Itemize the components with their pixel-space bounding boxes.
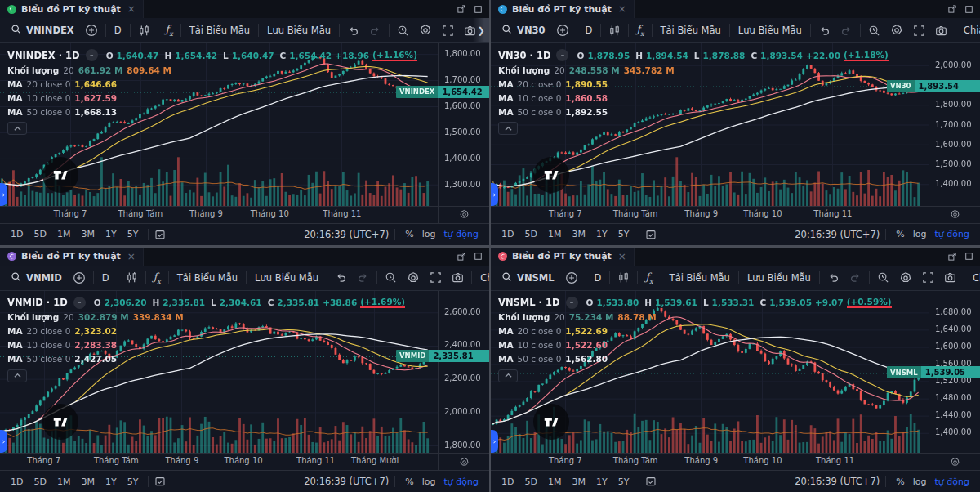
maximize-icon[interactable] xyxy=(474,5,483,14)
chart-style-icon[interactable] xyxy=(133,20,155,40)
go-to-date-icon[interactable] xyxy=(392,20,414,40)
time-axis[interactable]: Tháng 7Tháng TámTháng 9Tháng 10Tháng 11 xyxy=(0,206,489,223)
legend-visibility-toggle[interactable]: – xyxy=(556,49,568,61)
range-button-5Y[interactable]: 5Y xyxy=(123,475,143,489)
range-button-5Y[interactable]: 5Y xyxy=(123,227,143,241)
settings-gear-icon[interactable] xyxy=(414,20,437,40)
undo-icon[interactable] xyxy=(813,20,835,40)
interval-button[interactable]: D xyxy=(109,20,127,40)
indicators-icon[interactable]: ƒx xyxy=(149,268,166,288)
save-template-button[interactable]: Lưu Biểu Mẫu xyxy=(742,268,817,288)
range-button-1Y[interactable]: 1Y xyxy=(101,475,121,489)
settings-gear-icon[interactable] xyxy=(885,20,908,40)
popout-icon[interactable] xyxy=(947,252,957,262)
range-button-1M[interactable]: 1M xyxy=(544,475,566,489)
interval-button[interactable]: D xyxy=(589,268,608,288)
range-button-3M[interactable]: 3M xyxy=(77,475,99,489)
toolbar-overflow-icon[interactable]: ❯ xyxy=(473,18,489,42)
indicators-icon[interactable]: ƒx xyxy=(640,268,657,288)
legend-symbol[interactable]: VNMID · 1D xyxy=(7,297,68,308)
percent-scale-button[interactable]: % xyxy=(892,475,908,489)
chart-area[interactable]: VN30 · 1D – O1,878.95 H1,894.54 L1,878.8… xyxy=(491,43,980,206)
load-template-button[interactable]: Tải Biểu Mẫu xyxy=(184,20,256,40)
interval-button[interactable]: D xyxy=(96,268,115,288)
window-tab[interactable]: Biểu đồ PT kỹ thuật × xyxy=(491,248,635,266)
window-tab[interactable]: Biểu đồ PT kỹ thuật × xyxy=(0,0,144,18)
percent-scale-button[interactable]: % xyxy=(401,227,417,241)
percent-scale-button[interactable]: % xyxy=(892,227,908,241)
legend-symbol[interactable]: VNINDEX · 1D xyxy=(7,50,80,61)
range-button-5Y[interactable]: 5Y xyxy=(614,227,634,241)
redo-icon[interactable] xyxy=(352,268,374,288)
range-button-1Y[interactable]: 1Y xyxy=(592,475,612,489)
symbol-search[interactable]: VNSML xyxy=(496,268,560,288)
time-axis[interactable]: Tháng 7Tháng TámTháng 9Tháng 10Tháng 11T… xyxy=(0,453,489,470)
auto-scale-button[interactable]: tự động xyxy=(440,475,483,489)
chart-area[interactable]: VNMID · 1D – O2,306.20 H2,335.81 L2,304.… xyxy=(0,291,489,454)
redo-icon[interactable] xyxy=(835,20,858,40)
maximize-icon[interactable] xyxy=(474,252,483,261)
legend-symbol[interactable]: VN30 · 1D xyxy=(498,50,550,61)
popout-icon[interactable] xyxy=(457,4,466,14)
price-axis[interactable]: VNMID 2,335.81 2,600.002,400.002,200.002… xyxy=(438,291,489,454)
redo-icon[interactable] xyxy=(844,268,866,288)
range-button-1M[interactable]: 1M xyxy=(53,475,75,489)
undo-icon[interactable] xyxy=(342,20,364,40)
window-tab[interactable]: Biểu đồ PT kỹ thuật × xyxy=(0,248,144,266)
auto-scale-button[interactable]: tự động xyxy=(440,227,483,241)
range-button-1D[interactable]: 1D xyxy=(497,227,518,241)
range-button-5D[interactable]: 5D xyxy=(29,475,50,489)
fullscreen-icon[interactable] xyxy=(437,20,459,40)
go-to-date-calendar-icon[interactable] xyxy=(154,476,166,487)
range-button-1D[interactable]: 1D xyxy=(7,475,27,489)
maximize-icon[interactable] xyxy=(964,252,973,261)
axis-settings-icon[interactable] xyxy=(929,207,980,223)
popout-icon[interactable] xyxy=(457,252,466,262)
drawings-panel-handle[interactable]: › xyxy=(491,430,498,453)
interval-button[interactable]: D xyxy=(580,20,599,40)
compare-add-icon[interactable] xyxy=(551,20,574,40)
axis-settings-icon[interactable] xyxy=(929,454,980,470)
drawings-panel-handle[interactable]: › xyxy=(491,183,498,206)
load-template-button[interactable]: Tải Biểu Mẫu xyxy=(664,268,736,288)
save-template-button[interactable]: Lưu Biểu Mẫu xyxy=(261,20,336,40)
clock[interactable]: 20:16:39 (UTC+7) xyxy=(304,229,389,240)
tab-close-icon[interactable]: × xyxy=(618,252,626,262)
go-to-date-icon[interactable] xyxy=(863,20,885,40)
range-button-3M[interactable]: 3M xyxy=(568,227,590,241)
undo-icon[interactable] xyxy=(822,268,844,288)
symbol-search[interactable]: VNMID xyxy=(5,268,68,288)
log-scale-button[interactable]: log xyxy=(909,475,931,489)
price-axis[interactable]: VNINDEX 1,654.42 1,800.001,700.001,600.0… xyxy=(438,43,489,206)
range-button-1D[interactable]: 1D xyxy=(497,475,518,489)
time-axis[interactable]: Tháng 7Tháng TámTháng 9Tháng 10Tháng 11 xyxy=(491,453,980,470)
range-button-3M[interactable]: 3M xyxy=(77,227,99,241)
range-button-1Y[interactable]: 1Y xyxy=(592,227,612,241)
undo-icon[interactable] xyxy=(330,268,352,288)
tab-close-icon[interactable]: × xyxy=(127,252,136,262)
symbol-search[interactable]: VN30 xyxy=(496,20,551,40)
axis-settings-icon[interactable] xyxy=(438,207,489,223)
settings-gear-icon[interactable] xyxy=(402,268,425,288)
tab-close-icon[interactable]: × xyxy=(618,4,626,14)
clock[interactable]: 20:16:39 (UTC+7) xyxy=(304,476,389,487)
legend-symbol[interactable]: VNSML · 1D xyxy=(498,297,560,308)
popout-icon[interactable] xyxy=(947,4,957,14)
share-button[interactable]: Chia xyxy=(958,20,980,40)
range-button-5D[interactable]: 5D xyxy=(520,475,541,489)
log-scale-button[interactable]: log xyxy=(909,227,931,241)
go-to-date-calendar-icon[interactable] xyxy=(645,476,657,487)
go-to-date-icon[interactable] xyxy=(872,268,894,288)
log-scale-button[interactable]: log xyxy=(418,475,440,489)
auto-scale-button[interactable]: tự động xyxy=(931,475,973,489)
compare-add-icon[interactable] xyxy=(80,20,103,40)
fullscreen-icon[interactable] xyxy=(425,268,447,288)
range-button-1Y[interactable]: 1Y xyxy=(101,227,121,241)
save-template-button[interactable]: Lưu Biểu Mẫu xyxy=(733,20,808,40)
indicators-icon[interactable]: ƒx xyxy=(631,20,648,40)
maximize-icon[interactable] xyxy=(964,5,973,14)
legend-collapse-button[interactable] xyxy=(7,369,27,382)
range-button-5Y[interactable]: 5Y xyxy=(614,475,634,489)
axis-settings-icon[interactable] xyxy=(438,454,489,470)
camera-icon[interactable] xyxy=(930,20,952,40)
